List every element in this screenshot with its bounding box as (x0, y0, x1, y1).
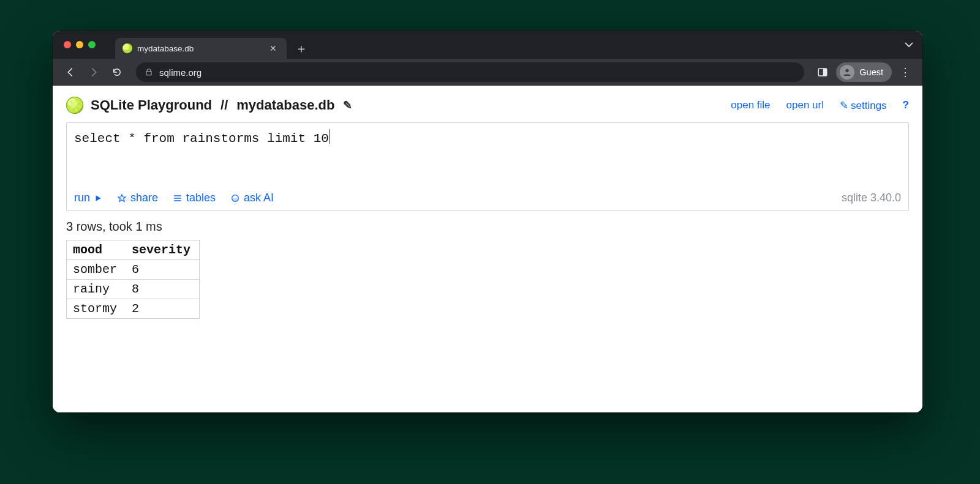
window-controls (61, 31, 99, 59)
editor-toolbar: run share tables (67, 190, 908, 210)
tab-title: mydatabase.db (137, 44, 262, 53)
side-panel-button[interactable] (814, 64, 831, 81)
table-cell: somber (67, 260, 126, 280)
browser-window: mydatabase.db ✕ ＋ (53, 31, 922, 412)
sql-editor[interactable]: select * from rainstorms limit 10 (67, 123, 908, 190)
open-url-link[interactable]: open url (786, 99, 824, 111)
table-cell: rainy (67, 280, 126, 299)
table-row: stormy2 (67, 299, 200, 319)
play-icon (94, 194, 102, 203)
result-status: 3 rows, took 1 ms (66, 220, 909, 234)
table-cell: 2 (126, 299, 200, 319)
svg-point-2 (846, 69, 849, 72)
table-cell: 6 (126, 260, 200, 280)
browser-menu-button[interactable]: ⋮ (897, 64, 914, 81)
table-header: severity (126, 240, 200, 260)
globe-icon (230, 193, 240, 203)
lock-icon (145, 68, 153, 76)
erase-icon[interactable]: ✎ (343, 99, 352, 112)
lime-icon (123, 43, 132, 53)
list-icon (173, 193, 183, 203)
share-button[interactable]: share (117, 192, 158, 204)
close-window-button[interactable] (64, 41, 71, 48)
page-header: SQLite Playground // mydatabase.db ✎ ope… (66, 97, 909, 114)
profile-chip[interactable]: Guest (836, 62, 892, 82)
close-tab-button[interactable]: ✕ (267, 43, 279, 53)
run-button[interactable]: run (74, 192, 102, 204)
tables-button[interactable]: tables (173, 192, 216, 204)
sql-editor-wrap: select * from rainstorms limit 10 run sh… (66, 122, 909, 211)
minimize-window-button[interactable] (76, 41, 83, 48)
sqlite-version: sqlite 3.40.0 (842, 192, 901, 204)
table-row: somber6 (67, 260, 200, 280)
text-caret (330, 129, 330, 144)
address-bar: sqlime.org Guest ⋮ (53, 59, 922, 86)
svg-rect-1 (823, 69, 827, 76)
open-file-link[interactable]: open file (731, 99, 770, 111)
forward-button[interactable] (85, 63, 103, 81)
tab-search-button[interactable] (904, 40, 914, 50)
new-tab-button[interactable]: ＋ (287, 38, 316, 59)
table-header: mood (67, 240, 126, 260)
app-title: SQLite Playground (91, 97, 212, 113)
star-icon (117, 193, 127, 203)
reload-button[interactable] (108, 63, 126, 81)
omnibox[interactable]: sqlime.org (136, 62, 804, 82)
back-button[interactable] (61, 63, 80, 81)
table-row: rainy8 (67, 280, 200, 299)
tab-strip: mydatabase.db ✕ ＋ (53, 31, 922, 59)
lime-icon (66, 97, 83, 114)
sql-text: select * from rainstorms limit 10 (74, 132, 329, 146)
url-text: sqlime.org (159, 67, 202, 78)
title-separator: // (219, 97, 229, 113)
avatar-icon (840, 65, 854, 80)
settings-link[interactable]: ✎settings (840, 99, 887, 112)
result-area: 3 rows, took 1 ms moodseverity somber6ra… (66, 220, 909, 319)
table-cell: stormy (67, 299, 126, 319)
profile-label: Guest (859, 67, 883, 77)
page-viewport: SQLite Playground // mydatabase.db ✎ ope… (53, 86, 922, 412)
browser-tab[interactable]: mydatabase.db ✕ (115, 38, 287, 59)
header-links: open file open url ✎settings ? (731, 99, 909, 112)
result-table: moodseverity somber6rainy8stormy2 (66, 240, 200, 319)
db-name: mydatabase.db (236, 97, 334, 113)
link-icon: ✎ (840, 100, 848, 111)
ask-ai-button[interactable]: ask AI (230, 192, 274, 204)
table-cell: 8 (126, 280, 200, 299)
page-title-block: SQLite Playground // mydatabase.db ✎ (66, 97, 352, 114)
maximize-window-button[interactable] (88, 41, 96, 48)
help-link[interactable]: ? (903, 99, 909, 111)
